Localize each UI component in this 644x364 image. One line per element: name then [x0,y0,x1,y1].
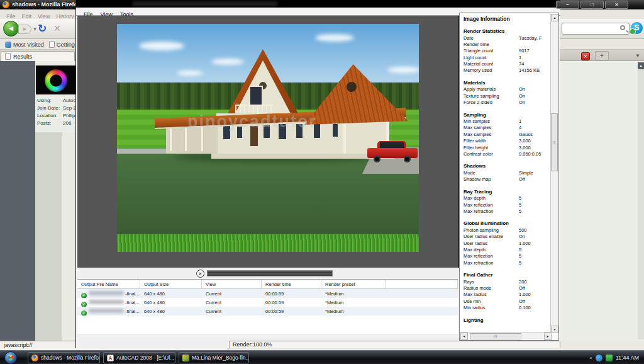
autocad-icon: A [107,355,114,361]
stat-value: 4 [519,125,521,130]
tray-expand-icon[interactable]: < [589,355,592,361]
stat-label: Texture sampling [464,93,499,99]
stat-value: Tuesday, F [519,35,542,41]
taskbar: shadows - Mozilla FirefoxAAutoCAD 2008 -… [0,350,644,364]
scroll-up-icon[interactable]: ▲ [551,14,558,21]
scroll-left-icon[interactable]: ◄ [460,333,468,340]
taskbar-button-1[interactable]: shadows - Mozilla Firefox [28,352,100,363]
complete-check-icon: ✓ [81,293,87,298]
scroll-right-icon[interactable]: ► [544,333,552,340]
section-title: Sampling [464,112,549,119]
table-cell: Current [202,289,262,298]
scroll-up-icon[interactable]: ▲ [638,62,644,69]
table-cell: 640 x 480 [140,298,202,307]
table-cell: 00:00:59 [262,307,321,316]
new-tab-button[interactable]: + [595,51,609,60]
profile-row: Location:Philippi [37,113,77,120]
profile-label: Using: [37,98,52,103]
list-all-tabs-icon[interactable]: ▼ [635,53,640,59]
stat-row: Material count74 [464,61,549,67]
skype-icon[interactable]: S [631,22,643,34]
column-header[interactable]: Render preset [321,280,386,288]
stat-value: 1.000 [519,292,531,297]
tray-blue-icon[interactable] [596,355,602,361]
stat-row: Min radius0.100 [464,305,549,311]
scrollbar-thumb[interactable]: ≡ [551,113,558,171]
stat-row: Max refraction5 [464,208,549,215]
stat-row: Max samples4 [464,125,549,131]
stat-value: 200 [519,279,527,285]
profile-row: Posts:206 [37,120,77,128]
page-scrollbar[interactable]: ▲ [638,62,644,339]
refresh-button[interactable]: ↻ [38,22,47,35]
blurred-filename [89,309,124,313]
table-cell: *Medium [321,298,386,307]
back-button[interactable]: ◄ [3,21,19,37]
stat-label: Max refraction [464,208,494,214]
gable-window [249,86,263,107]
scroll-down-icon[interactable]: ▼ [551,326,558,333]
minimize-button[interactable]: − [556,1,579,9]
stat-label: Apply materials [464,86,496,92]
tray-network-icon[interactable] [606,355,613,361]
render-progress-text: Render:100.0% [233,341,272,348]
column-header[interactable]: View [202,280,262,288]
progress-cancel-button[interactable]: ✕ [196,270,204,278]
search-input[interactable] [562,23,630,35]
stat-row: Shadow mapOff [464,176,549,183]
stat-value: On [519,100,525,105]
stat-row: Use minOff [464,299,549,305]
output-file-cell: ✓-final... [77,298,140,307]
stat-label: Max reflection [464,253,493,259]
page-icon [49,41,55,48]
panel-horizontal-scrollbar[interactable]: ◄ III ► [460,332,552,339]
table-row[interactable]: ✓-final...640 x 480Current00:00:59*Mediu… [77,298,458,307]
tab-results[interactable]: Results [1,51,75,61]
avatar-ring [45,69,67,92]
close-button[interactable]: ✕ [605,1,628,9]
render-window: FileViewTools [75,0,560,348]
stop-button[interactable]: ✕ [53,23,61,33]
stat-row: Rays200 [464,279,549,285]
taskbar-button-3[interactable]: Ma.Lina Mier_Bogo-fin... [179,352,249,363]
column-header[interactable]: Output Size [140,280,202,288]
table-cell: *Medium [321,289,386,298]
stat-row: User radius enableOn [464,234,549,240]
stat-value: 5 [519,260,521,266]
table-cell: 00:00:59 [262,298,321,307]
stat-value: 74 [519,61,524,67]
table-row[interactable]: ✓-final...640 x 480Current00:00:59*Mediu… [77,307,458,316]
stat-row: Max reflection5 [464,202,549,208]
panel-title: Image Information [464,16,510,22]
stat-label: Date [464,35,474,41]
panel-vertical-scrollbar[interactable]: ▲ ≡ ▼ [550,14,558,333]
filename-suffix: -final... [125,300,140,305]
red-car [367,141,418,164]
stat-row: Filter width3.000 [464,138,549,144]
stat-value: 14156 KB [519,67,540,73]
stat-value: 5 [519,195,521,201]
table-cell [386,289,458,298]
bookmark-item[interactable]: Most Visited [5,42,44,48]
blurred-filename [89,291,124,295]
start-button[interactable] [4,351,17,364]
profile-value: 206 [63,120,71,126]
forward-button[interactable]: ► [18,25,31,34]
render-titlebar[interactable] [76,0,560,8]
maximize-button[interactable]: □ [580,1,604,9]
h-scrollbar-thumb[interactable]: III [470,333,521,339]
stat-value: 5 [519,253,521,259]
output-file-cell: ✓-final... [77,289,140,298]
column-header[interactable]: Render time [262,280,321,288]
firefox-logo-icon [3,1,9,8]
table-row[interactable]: ✓-final...640 x 480Current00:00:59*Mediu… [77,289,458,298]
table-cell: 640 x 480 [140,307,202,316]
page-left-column [0,61,35,341]
stat-label: Max samples [464,132,491,137]
taskbar-button-2[interactable]: AAutoCAD 2008 - [E:\Ul... [103,352,175,363]
history-dropdown-icon[interactable]: ▼ [33,27,37,31]
table-cell: 640 x 480 [140,289,202,298]
tab-close-button[interactable]: ✕ [581,52,590,60]
stat-label: User radius [464,241,487,246]
column-header[interactable]: Output File Name [77,280,140,288]
